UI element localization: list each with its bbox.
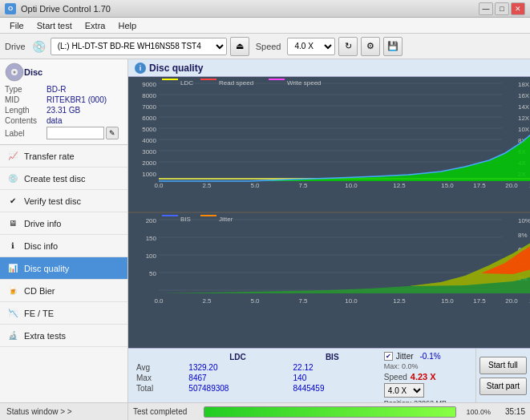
avg-label: Avg — [133, 362, 185, 373]
jitter-max: 0.0% — [402, 362, 419, 370]
sidebar-item-extra-tests-label: Extra tests — [24, 331, 66, 341]
svg-rect-79 — [200, 215, 216, 216]
disc-label-label: Label — [5, 129, 47, 138]
progress-bar — [204, 406, 456, 418]
save-button[interactable]: 💾 — [383, 37, 403, 56]
eject-button[interactable]: ⏏ — [230, 37, 249, 56]
nav-items: 📈 Transfer rate 💿 Create test disc ✔ Ver… — [0, 145, 127, 402]
disc-label-input[interactable] — [47, 127, 104, 139]
disc-contents-label: Contents — [5, 116, 47, 125]
total-label: Total — [133, 383, 185, 394]
minimize-button[interactable]: — — [479, 2, 493, 15]
speed-label-stat: Speed — [384, 373, 407, 382]
sidebar-item-create-test-disc-label: Create test disc — [24, 174, 85, 184]
svg-rect-3 — [128, 77, 530, 212]
sidebar-item-disc-quality[interactable]: 📊 Disc quality — [0, 257, 127, 280]
sidebar-item-transfer-rate[interactable]: 📈 Transfer rate — [0, 145, 127, 168]
close-button[interactable]: ✕ — [511, 2, 525, 15]
status-window-button[interactable]: Status window > > — [0, 402, 127, 420]
disc-length-value: 23.31 GB — [47, 106, 80, 115]
svg-text:2000: 2000 — [142, 160, 156, 167]
menu-extra[interactable]: Extra — [79, 19, 112, 32]
speed-select[interactable]: 4.0 X — [287, 38, 335, 55]
sidebar-item-disc-info[interactable]: ℹ Disc info — [0, 235, 127, 257]
svg-text:20.0: 20.0 — [505, 182, 518, 189]
svg-text:BIS: BIS — [180, 216, 191, 223]
content-area: i Disc quality — [128, 59, 530, 420]
speed-label: Speed — [256, 42, 281, 51]
svg-text:12.5: 12.5 — [393, 297, 406, 305]
extra-tests-icon: 🔬 — [6, 329, 19, 342]
svg-text:100: 100 — [146, 252, 157, 260]
disc-quality-header: i Disc quality — [128, 59, 530, 77]
speed-select-stat[interactable]: 4.0 X — [384, 383, 424, 398]
sidebar-item-fe-te-label: FE / TE — [24, 309, 54, 318]
sidebar-item-extra-tests[interactable]: 🔬 Extra tests — [0, 325, 127, 347]
svg-text:2.5: 2.5 — [202, 182, 212, 189]
svg-rect-44 — [200, 79, 216, 80]
start-part-button[interactable]: Start part — [479, 378, 527, 395]
speed-select-row: 4.0 X — [384, 383, 471, 398]
jitter-checkbox[interactable]: ✔ — [384, 352, 393, 361]
progress-percent: 100.0% — [463, 408, 491, 416]
create-test-disc-icon: 💿 — [6, 172, 19, 185]
sidebar-item-disc-quality-label: Disc quality — [24, 264, 69, 273]
menu-file[interactable]: File — [3, 19, 30, 32]
disc-label-button[interactable]: ✎ — [106, 127, 119, 139]
svg-text:7.5: 7.5 — [298, 182, 308, 189]
charts-area: 9000 8000 7000 6000 5000 4000 3000 2000 … — [128, 77, 530, 348]
ldc-col-header: LDC — [185, 352, 289, 362]
svg-text:200: 200 — [146, 217, 157, 224]
menu-start-test[interactable]: Start test — [30, 19, 79, 32]
avg-bis: 22.12 — [290, 362, 374, 373]
svg-text:0.0: 0.0 — [154, 297, 164, 305]
drive-select[interactable]: (L:) HL-DT-ST BD-RE WH16NS58 TST4 — [51, 38, 227, 55]
maximize-button[interactable]: □ — [495, 2, 509, 15]
svg-text:50: 50 — [149, 270, 156, 277]
svg-text:3000: 3000 — [142, 148, 156, 155]
jitter-max-row: Max: 0.0% — [384, 362, 471, 370]
disc-info-icon: ℹ — [6, 240, 19, 252]
sidebar-item-cd-bier-label: CD Bier — [24, 286, 55, 296]
sidebar-item-cd-bier[interactable]: 🍺 CD Bier — [0, 280, 127, 302]
sidebar-item-transfer-rate-label: Transfer rate — [24, 151, 75, 161]
sidebar-item-drive-info[interactable]: 🖥 Drive info — [0, 212, 127, 235]
progress-bar-fill — [204, 407, 455, 417]
total-bis: 8445459 — [290, 383, 374, 394]
speed-row: Speed 4.23 X — [384, 372, 471, 382]
start-full-button[interactable]: Start full — [479, 357, 527, 374]
sidebar-item-drive-info-label: Drive info — [24, 219, 61, 228]
max-bis: 140 — [290, 373, 374, 383]
settings-button[interactable]: ⚙ — [361, 37, 380, 56]
avg-ldc: 1329.20 — [185, 362, 289, 373]
svg-text:16X: 16X — [518, 92, 530, 99]
refresh-button[interactable]: ↻ — [338, 37, 358, 56]
disc-mid-label: MID — [5, 95, 47, 104]
app-icon: O — [5, 3, 16, 14]
sidebar-item-fe-te[interactable]: 📉 FE / TE — [0, 302, 127, 325]
max-ldc: 8467 — [185, 373, 289, 383]
svg-text:8%: 8% — [518, 232, 528, 239]
svg-text:9000: 9000 — [142, 81, 156, 88]
svg-text:12.5: 12.5 — [393, 182, 406, 189]
bottom-chart: 200 150 100 50 10% 8% 6% 4% 2% 0.0 2.5 5… — [128, 212, 530, 348]
svg-text:4000: 4000 — [142, 137, 156, 144]
svg-text:150: 150 — [146, 235, 157, 242]
menu-help[interactable]: Help — [111, 19, 143, 32]
svg-text:17.5: 17.5 — [473, 297, 486, 305]
disc-icon — [5, 63, 24, 82]
total-ldc: 507489308 — [185, 383, 289, 394]
max-label: Max — [133, 373, 185, 383]
drive-icon: 💿 — [32, 40, 46, 53]
progress-row: Test completed 100.0% 35:15 — [128, 402, 530, 420]
disc-mid-value: RITEKBR1 (000) — [47, 95, 107, 104]
menu-bar: File Start test Extra Help — [0, 18, 530, 34]
sidebar-item-verify-test-disc[interactable]: ✔ Verify test disc — [0, 190, 127, 212]
sidebar-item-create-test-disc[interactable]: 💿 Create test disc — [0, 168, 127, 190]
toolbar: Drive 💿 (L:) HL-DT-ST BD-RE WH16NS58 TST… — [0, 34, 530, 59]
top-chart-svg: 9000 8000 7000 6000 5000 4000 3000 2000 … — [128, 77, 530, 212]
disc-section-label: Disc — [24, 67, 42, 77]
cd-bier-icon: 🍺 — [6, 285, 19, 297]
drive-label: Drive — [5, 42, 26, 51]
svg-text:17.5: 17.5 — [473, 182, 486, 189]
